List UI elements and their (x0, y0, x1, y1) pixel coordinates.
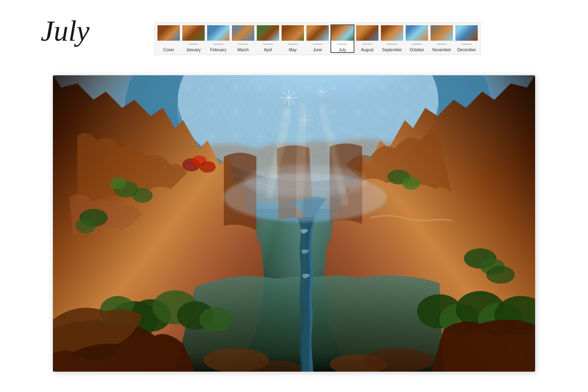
thumb-label-oct: October (410, 48, 424, 52)
thumb-label-feb: February (210, 48, 226, 52)
thumb-dots-aug (356, 41, 378, 47)
thumb-dots-jan (182, 41, 205, 47)
thumbnail-strip: CoverJanuaryFebruaryMarchAprilMayJuneJul… (155, 22, 481, 55)
thumb-image-nov (431, 25, 453, 41)
thumb-image-cover (157, 25, 180, 41)
thumb-image-may (282, 25, 304, 41)
thumb-image-jun (306, 25, 329, 41)
svg-point-27 (75, 219, 96, 233)
svg-point-24 (110, 177, 126, 189)
thumb-image-mar (232, 25, 254, 41)
thumb-label-aug: August (361, 48, 374, 52)
svg-point-30 (199, 161, 216, 173)
thumb-dots-oct (406, 41, 428, 47)
thumb-item-apr[interactable]: April (256, 24, 280, 53)
thumb-image-apr (257, 25, 279, 41)
thumb-label-mar: March (238, 48, 249, 52)
thumb-item-oct[interactable]: October (405, 24, 429, 53)
svg-point-35 (486, 266, 515, 284)
thumb-item-jan[interactable]: January (181, 24, 205, 53)
svg-point-25 (132, 188, 153, 203)
thumb-dots-dec (455, 41, 478, 47)
thumb-dots-apr (257, 41, 279, 47)
thumb-image-dec (455, 25, 478, 41)
thumb-dots-sep (381, 41, 403, 47)
thumb-label-dec: December (457, 48, 476, 52)
thumb-image-jan (182, 25, 205, 41)
thumb-item-aug[interactable]: August (355, 24, 379, 53)
svg-point-32 (402, 177, 420, 190)
thumb-image-sep (381, 25, 403, 41)
thumb-image-aug (356, 25, 378, 41)
thumb-dots-mar (232, 41, 254, 47)
thumb-image-jul (331, 25, 354, 41)
thumb-item-sep[interactable]: September (380, 24, 404, 53)
thumb-item-jul[interactable]: July (330, 24, 354, 53)
thumb-item-mar[interactable]: March (231, 24, 255, 53)
thumb-label-jul: July (339, 48, 346, 52)
thumb-label-jun: June (313, 48, 322, 52)
page-title: July (41, 15, 90, 47)
svg-point-42 (199, 307, 232, 332)
thumb-dots-feb (207, 41, 230, 47)
canyon-scene-svg (53, 75, 535, 372)
thumb-label-jan: January (186, 48, 201, 52)
thumb-item-nov[interactable]: November (430, 24, 454, 53)
thumb-image-oct (406, 25, 428, 41)
thumb-item-may[interactable]: May (281, 24, 305, 53)
svg-point-53 (364, 348, 433, 372)
svg-rect-55 (351, 188, 353, 192)
title-area: July (41, 16, 90, 46)
svg-rect-54 (346, 187, 349, 192)
thumb-dots-cover (157, 41, 180, 47)
main-image-container (53, 75, 535, 372)
thumb-dots-jul (331, 41, 354, 47)
thumb-label-nov: November (432, 48, 451, 52)
thumb-dots-may (282, 41, 304, 47)
thumb-label-may: May (289, 48, 297, 52)
thumb-dots-nov (431, 41, 453, 47)
thumb-label-sep: September (382, 48, 402, 52)
thumb-item-jun[interactable]: June (306, 24, 330, 53)
thumb-item-dec[interactable]: December (455, 24, 479, 53)
thumb-image-feb (207, 25, 230, 41)
thumb-item-feb[interactable]: February (206, 24, 230, 53)
thumb-item-cover[interactable]: Cover (157, 24, 181, 53)
thumb-label-apr: April (264, 48, 272, 52)
thumb-label-cover: Cover (163, 48, 174, 52)
thumb-dots-jun (306, 41, 329, 47)
thumbnails-row: CoverJanuaryFebruaryMarchAprilMayJuneJul… (155, 22, 481, 55)
